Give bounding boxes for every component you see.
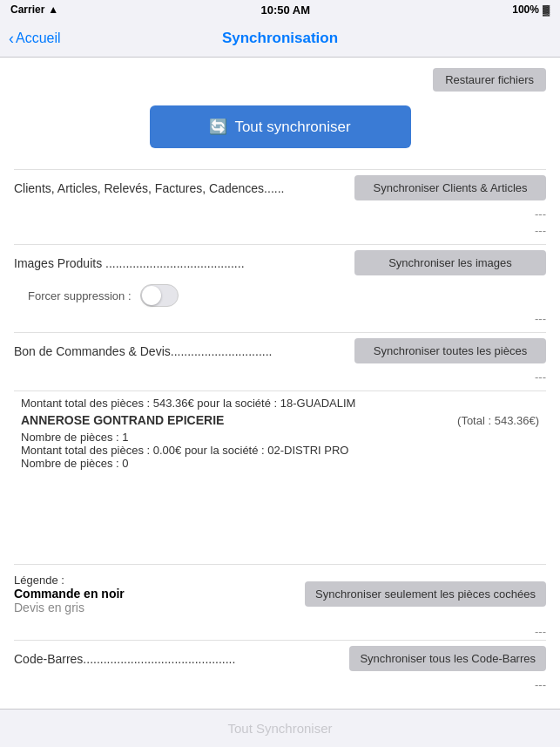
sync-clients-button[interactable]: Synchroniser Clients & Articles (354, 175, 546, 200)
section-clients-dash1: --- (14, 206, 546, 222)
info-line1: Montant total des pièces : 543.36€ pour … (21, 397, 539, 410)
page-title: Synchronisation (222, 30, 338, 47)
info-line4: Montant total des pièces : 0.00€ pour la… (21, 444, 539, 457)
legend-block: Légende : Commande en noir Devis en gris (14, 568, 125, 620)
force-suppression-row: Forcer suppression : (14, 281, 546, 310)
spacer (14, 477, 546, 547)
legend-commande: Commande en noir (14, 587, 125, 601)
back-label: Accueil (16, 31, 61, 46)
company-name: ANNEROSE GONTRAND EPICERIE (21, 413, 224, 427)
status-bar: Carrier ▲ 10:50 AM 100% ▓ (0, 0, 560, 19)
section-bons-label: Bon de Commandes & Devis................… (14, 344, 354, 358)
carrier-label: Carrier (10, 3, 44, 16)
sync-bons-button[interactable]: Synchroniser toutes les pièces (354, 338, 546, 363)
code-barre-label: Code-Barres.............................… (14, 652, 349, 666)
section-code-barre: Code-Barres.............................… (14, 640, 546, 693)
status-right: 100% ▓ (512, 3, 550, 16)
sync-images-button[interactable]: Synchroniser les images (354, 250, 546, 275)
back-chevron-icon: ‹ (9, 31, 14, 46)
legend-row: Légende : Commande en noir Devis en gris… (14, 565, 546, 623)
sync-all-row: 🔄 Tout synchroniser (14, 105, 546, 148)
section-code-barre-row: Code-Barres.............................… (14, 640, 546, 676)
section-clients-row: Clients, Articles, Relevés, Factures, Ca… (14, 169, 546, 206)
section-bons-row: Bon de Commandes & Devis................… (14, 332, 546, 369)
info-block: Montant total des pièces : 543.36€ pour … (14, 390, 546, 475)
sync-all-button[interactable]: 🔄 Tout synchroniser (150, 105, 411, 148)
section-images-row: Images Produits ........................… (14, 244, 546, 281)
section-clients: Clients, Articles, Relevés, Factures, Ca… (14, 169, 546, 239)
section-clients-label: Clients, Articles, Relevés, Factures, Ca… (14, 181, 354, 195)
wifi-icon: ▲ (48, 3, 58, 16)
force-suppression-label: Forcer suppression : (28, 289, 132, 302)
info-line3: Nombre de pièces : 1 (21, 431, 539, 444)
section-bons: Bon de Commandes & Devis................… (14, 332, 546, 385)
nav-bar: ‹ Accueil Synchronisation (0, 19, 560, 58)
section-clients-dash2: --- (14, 222, 546, 239)
section-images-dash: --- (14, 310, 546, 327)
code-barre-dash: --- (14, 676, 546, 693)
info-line5: Nombre de pièces : 0 (21, 457, 539, 470)
bottom-bar-label: Tout Synchroniser (227, 721, 332, 736)
restore-row: Restaurer fichiers (14, 65, 546, 92)
sync-code-barre-button[interactable]: Synchroniser tous les Code-Barres (349, 646, 546, 671)
bottom-bar: Tout Synchroniser (0, 709, 560, 747)
main-content: Restaurer fichiers 🔄 Tout synchroniser C… (0, 58, 560, 742)
battery-label: 100% (512, 3, 539, 16)
back-button[interactable]: ‹ Accueil (9, 31, 61, 46)
legend-devis: Devis en gris (14, 601, 125, 615)
legend-title: Légende : (14, 574, 125, 587)
status-left: Carrier ▲ (10, 3, 58, 16)
legend-section: Légende : Commande en noir Devis en gris… (14, 564, 546, 640)
legend-dash: --- (14, 623, 546, 640)
restore-button[interactable]: Restaurer fichiers (433, 68, 546, 92)
section-bons-dash: --- (14, 369, 546, 385)
sync-checked-button[interactable]: Synchroniser seulement les pièces cochée… (305, 581, 546, 607)
force-suppression-toggle[interactable] (140, 284, 179, 307)
sync-all-label: Tout synchroniser (234, 119, 350, 136)
battery-icon: ▓ (543, 4, 550, 15)
sync-all-icon: 🔄 (209, 118, 227, 136)
toggle-knob (142, 286, 161, 305)
section-images-label: Images Produits ........................… (14, 256, 354, 270)
company-total: (Total : 543.36€) (457, 414, 539, 427)
section-images: Images Produits ........................… (14, 244, 546, 327)
status-time: 10:50 AM (260, 3, 310, 17)
